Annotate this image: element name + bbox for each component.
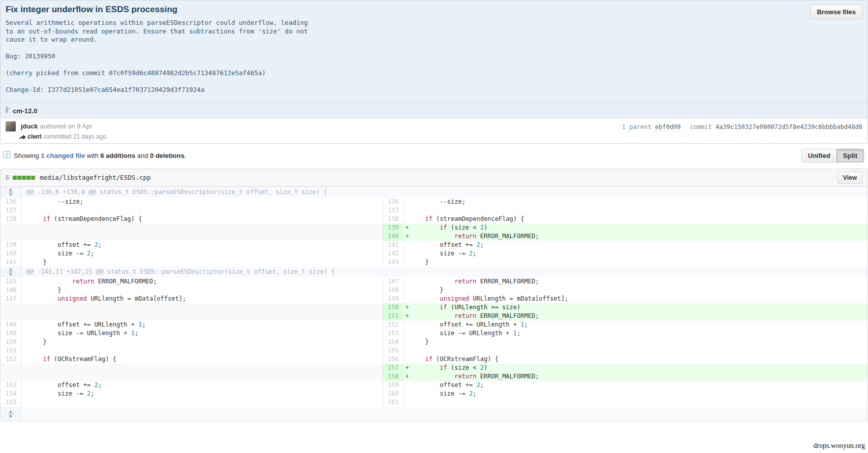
- diff-row: 140 size -= 2;142 size -= 2;: [1, 249, 867, 258]
- line-number: [1, 303, 21, 312]
- line-number[interactable]: 150: [383, 303, 403, 312]
- line-number[interactable]: 139: [1, 241, 21, 249]
- diff-row: 150 }154 }: [1, 338, 867, 346]
- code-line: [403, 398, 867, 407]
- expand-row: [1, 407, 867, 421]
- line-number[interactable]: 137: [1, 206, 21, 215]
- line-number[interactable]: 154: [1, 390, 21, 398]
- unified-view-button[interactable]: Unified: [801, 149, 837, 163]
- diff-row: 153 offset += 2;159 offset += 2;: [1, 381, 867, 390]
- split-view-button[interactable]: Split: [836, 149, 864, 163]
- code-line: if (OCRstreamFlag) {: [21, 355, 383, 364]
- line-number[interactable]: 148: [1, 320, 21, 329]
- line-number[interactable]: 138: [1, 215, 21, 223]
- code-line: [403, 346, 867, 355]
- committer-name[interactable]: ciwrl: [27, 133, 41, 140]
- code-line: [21, 232, 383, 241]
- code-line: }: [403, 286, 867, 295]
- unfold-icon[interactable]: [1, 187, 21, 198]
- file-changes-count: 6: [6, 174, 9, 181]
- period: .: [184, 152, 187, 159]
- author-avatar[interactable]: [6, 121, 16, 132]
- line-number[interactable]: 136: [383, 198, 403, 206]
- author-name[interactable]: jduck: [21, 122, 38, 130]
- diff-row: 154 size -= 2;160 size -= 2;: [1, 390, 867, 398]
- diffstat: [13, 176, 36, 180]
- line-number[interactable]: 140: [1, 249, 21, 258]
- committed-date: committed 21 days ago: [43, 133, 106, 140]
- line-number[interactable]: 154: [383, 338, 403, 346]
- line-number[interactable]: 150: [1, 338, 21, 346]
- line-number[interactable]: 159: [383, 381, 403, 390]
- line-number[interactable]: 147: [383, 277, 403, 286]
- with-text: with: [85, 152, 100, 159]
- line-number[interactable]: 136: [1, 198, 21, 206]
- unfold-icon[interactable]: [1, 267, 21, 277]
- code-line-addition: + if (URLlength >= size): [403, 303, 867, 312]
- view-file-button[interactable]: View: [838, 172, 862, 184]
- code-line: unsigned URLlength = mData[offset];: [403, 295, 867, 303]
- line-number[interactable]: 152: [1, 355, 21, 364]
- line-number[interactable]: 143: [383, 258, 403, 267]
- diff-row: 138 if (streamDependenceFlag) {138 if (s…: [1, 215, 867, 223]
- code-line: return ERROR_MALFORMED;: [403, 277, 867, 286]
- code-line: if (streamDependenceFlag) {: [21, 215, 383, 223]
- branch-name[interactable]: cm-12.0: [13, 107, 37, 115]
- line-number[interactable]: 145: [1, 277, 21, 286]
- code-line: }: [21, 338, 383, 346]
- diff-row: 141 }143 }: [1, 258, 867, 267]
- diff-row: 139 offset += 2;141 offset += 2;: [1, 241, 867, 249]
- code-line: size -= URLlength + 1;: [403, 329, 867, 338]
- line-number: [1, 364, 21, 372]
- parent-sha-link[interactable]: ebf0d09: [655, 123, 681, 131]
- line-number[interactable]: 151: [1, 346, 21, 355]
- line-number[interactable]: 156: [383, 355, 403, 364]
- line-number[interactable]: 149: [383, 295, 403, 303]
- line-number[interactable]: 152: [383, 320, 403, 329]
- line-number[interactable]: 153: [383, 329, 403, 338]
- showing-summary: Showing 1 changed file with 6 additions …: [14, 152, 187, 159]
- line-number[interactable]: 140: [383, 232, 403, 241]
- line-number[interactable]: 142: [383, 249, 403, 258]
- line-number[interactable]: 153: [1, 381, 21, 390]
- line-number[interactable]: 158: [383, 372, 403, 381]
- line-number[interactable]: 141: [383, 241, 403, 249]
- code-line: size -= 2;: [21, 249, 383, 258]
- code-line: unsigned URLlength = mData[offset];: [21, 295, 383, 303]
- code-line: if (OCRstreamFlag) {: [403, 355, 867, 364]
- line-number[interactable]: 149: [1, 329, 21, 338]
- code-line: [21, 398, 383, 407]
- hunk-header: @@ -136,6 +136,8 @@ status_t ESDS::parse…: [21, 187, 867, 198]
- file-diff-icon[interactable]: [3, 151, 11, 160]
- line-number[interactable]: 137: [383, 206, 403, 215]
- commit-meta-bar: jduck authored on 9 Apr ciwrl committed …: [1, 118, 867, 143]
- code-line: offset += URLlength + 1;: [403, 320, 867, 329]
- file-path: media/libstagefright/ESDS.cpp: [40, 174, 150, 181]
- hunk-row: @@ -136,6 +136,8 @@ status_t ESDS::parse…: [1, 187, 867, 198]
- code-line: --size;: [21, 198, 383, 206]
- line-number[interactable]: 139: [383, 223, 403, 232]
- line-number[interactable]: 155: [1, 398, 21, 407]
- line-number[interactable]: 147: [1, 295, 21, 303]
- line-number[interactable]: 160: [383, 390, 403, 398]
- line-number: [1, 372, 21, 381]
- line-number[interactable]: 148: [383, 286, 403, 295]
- code-line-addition: + if (size < 2): [403, 364, 867, 372]
- code-line: }: [21, 286, 383, 295]
- diff-row: 147 unsigned URLlength = mData[offset];1…: [1, 295, 867, 303]
- code-line: if (streamDependenceFlag) {: [403, 215, 867, 223]
- browse-files-button[interactable]: Browse files: [810, 5, 862, 19]
- line-number[interactable]: 161: [383, 398, 403, 407]
- code-line: offset += 2;: [403, 241, 867, 249]
- line-number[interactable]: 155: [383, 346, 403, 355]
- diff-row: 136 --size;136 --size;: [1, 198, 867, 206]
- line-number[interactable]: 146: [1, 286, 21, 295]
- unfold-icon[interactable]: [1, 407, 21, 421]
- line-number[interactable]: 138: [383, 215, 403, 223]
- changed-file-link[interactable]: 1 changed file: [41, 152, 85, 159]
- line-number[interactable]: 157: [383, 364, 403, 372]
- line-number[interactable]: 151: [383, 312, 403, 320]
- code-line: [21, 346, 383, 355]
- code-line: offset += 2;: [21, 381, 383, 390]
- line-number[interactable]: 141: [1, 258, 21, 267]
